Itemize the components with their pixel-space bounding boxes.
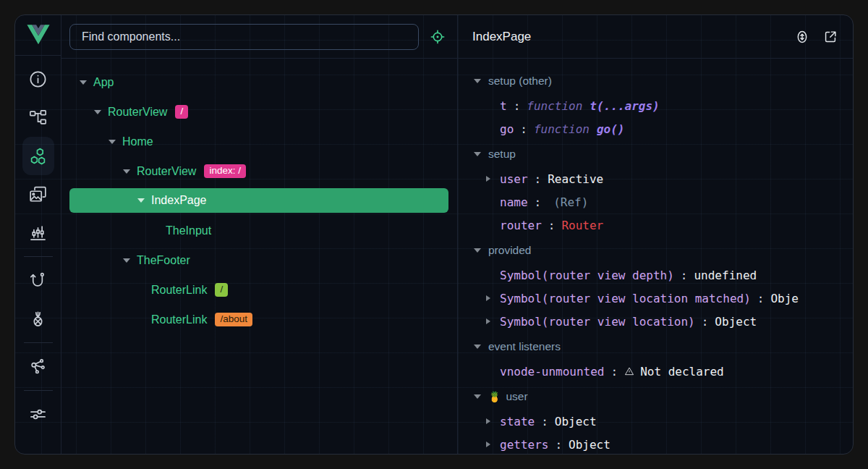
tree-panel-header [61, 15, 457, 59]
prop-key: Symbol(router view location) [500, 315, 695, 329]
prop-colon: : [702, 315, 709, 329]
sidebar-item-timeline[interactable] [22, 214, 54, 252]
scroll-to-component-icon [794, 29, 810, 45]
prop-colon: : [520, 122, 527, 136]
prop-colon: : [541, 415, 548, 428]
sidebar-item-components[interactable] [22, 137, 54, 175]
expand-caret-icon[interactable] [93, 110, 102, 114]
scroll-to-component-button[interactable] [794, 29, 810, 45]
component-name: RouterView [137, 165, 196, 178]
tree-row-routerview-2[interactable]: RouterView index: / [61, 156, 457, 186]
prop-colon: : [514, 99, 521, 113]
section-setup[interactable]: setup [458, 140, 853, 167]
prop-value-signature: t(...args) [590, 99, 659, 113]
prop-colon: : [681, 269, 688, 282]
sidebar-item-settings[interactable] [22, 395, 54, 434]
search-input[interactable] [70, 25, 418, 49]
expand-caret-icon[interactable] [137, 198, 145, 203]
expand-caret-icon[interactable] [486, 441, 495, 447]
section-pinia-user[interactable]: 🍍 user [458, 383, 853, 410]
tree-row-thefooter[interactable]: TheFooter [61, 245, 457, 275]
prop-row-t: t : function t(...args) [458, 94, 853, 117]
component-tree: App RouterView / Home RouterView index: … [61, 59, 457, 334]
component-picker-icon [430, 29, 446, 45]
prop-colon: : [548, 219, 556, 232]
section-provided[interactable]: provided [458, 237, 853, 263]
prop-row-router-view-location-matched[interactable]: Symbol(router view location matched) : O… [458, 287, 853, 310]
prop-value: (Ref) [553, 195, 588, 209]
selected-component-title: IndexPage [472, 30, 794, 44]
vue-logo-icon [26, 25, 51, 46]
sidebar-item-overview[interactable] [22, 60, 54, 98]
component-name: RouterLink [151, 313, 207, 326]
component-name: TheInput [166, 224, 211, 237]
route-badge: /about [215, 313, 252, 326]
section-caret-icon [474, 394, 481, 399]
expand-caret-icon[interactable] [122, 169, 131, 174]
prop-row-user[interactable]: user : Reactive [458, 167, 853, 190]
tree-row-home[interactable]: Home [61, 127, 457, 156]
prop-value-keyword: function [534, 122, 590, 136]
expand-caret-icon[interactable] [486, 176, 495, 182]
prop-key: t [500, 99, 507, 113]
section-title: user [506, 390, 527, 403]
prop-value: Reactive [548, 172, 603, 186]
prop-row-router: router : Router [458, 214, 853, 237]
tree-row-routerlink-about[interactable]: RouterLink /about [61, 305, 457, 334]
sidebar-item-pages[interactable] [22, 98, 54, 137]
prop-row-router-view-location[interactable]: Symbol(router view location) : Object [458, 310, 853, 333]
tree-view-icon [28, 108, 48, 127]
prop-colon: : [757, 292, 765, 305]
section-caret-icon [474, 345, 481, 349]
inspector-header-actions [794, 29, 838, 45]
tree-row-routerview[interactable]: RouterView / [61, 97, 457, 127]
sidebar-item-assets[interactable] [22, 175, 54, 214]
prop-value: Object [555, 415, 597, 428]
tree-row-theinput[interactable]: TheInput [61, 216, 457, 245]
prop-row-getters[interactable]: getters : Object [458, 433, 853, 454]
tree-row-indexpage-selected[interactable]: IndexPage [69, 188, 448, 213]
prop-value: Router [561, 219, 603, 232]
component-name: RouterLink [151, 284, 207, 297]
expand-caret-icon[interactable] [486, 295, 495, 301]
section-title: event listeners [488, 340, 561, 353]
tree-row-app[interactable]: App [61, 67, 457, 97]
expand-caret-icon[interactable] [108, 140, 116, 144]
vue-logo [15, 15, 61, 56]
component-picker-button[interactable] [430, 29, 446, 45]
inspector-state: setup (other) t : function t(...args) go… [458, 59, 853, 454]
pinia-icon [28, 309, 48, 329]
prop-colon: : [535, 195, 542, 209]
sidebar-divider [24, 390, 53, 391]
sidebar-item-pinia[interactable] [22, 300, 54, 338]
graph-icon [28, 357, 48, 376]
expand-caret-icon[interactable] [486, 318, 495, 324]
assets-icon [28, 185, 48, 204]
prop-value: Not declared [640, 365, 724, 379]
sidebar-nav [15, 56, 61, 434]
prop-row-state[interactable]: state : Object [458, 410, 853, 433]
section-title: provided [488, 244, 531, 257]
open-in-editor-icon [822, 29, 838, 45]
prop-key: user [500, 172, 528, 186]
prop-value-keyword: function [527, 99, 582, 113]
expand-caret-icon[interactable] [486, 418, 495, 424]
route-badge: / [175, 105, 188, 119]
prop-key: state [500, 415, 535, 428]
section-setup-other[interactable]: setup (other) [458, 67, 853, 94]
timeline-icon [28, 223, 48, 242]
route-badge: / [215, 283, 228, 297]
info-icon [28, 69, 48, 89]
prop-key: router [500, 219, 542, 232]
tree-row-routerlink-home[interactable]: RouterLink / [61, 275, 457, 305]
sidebar-item-router[interactable] [22, 261, 54, 300]
search-box[interactable] [69, 24, 419, 50]
component-name: Home [122, 135, 153, 148]
expand-caret-icon[interactable] [122, 258, 131, 263]
component-name: TheFooter [137, 254, 190, 267]
sidebar-item-graph[interactable] [22, 347, 54, 386]
section-event-listeners[interactable]: event listeners [458, 333, 853, 360]
sidebar [15, 15, 61, 454]
open-in-editor-button[interactable] [822, 29, 838, 45]
expand-caret-icon[interactable] [79, 80, 88, 85]
